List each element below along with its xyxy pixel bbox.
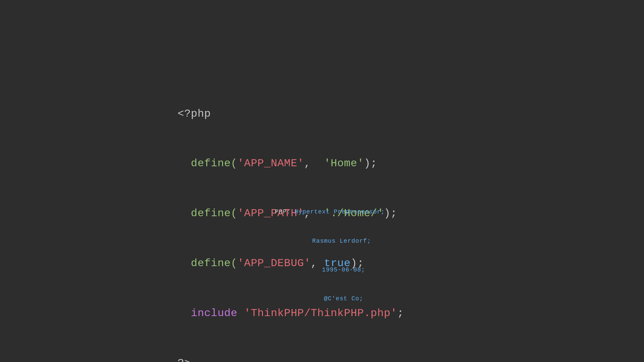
footer-line-author: Rasmus Lerdorf; [259,227,385,255]
define-func-1: define( [177,157,237,170]
footer-date-value: 1995-06-08; [294,266,365,273]
define-func-2: define( [177,207,237,220]
app-name-val: 'Home' [324,157,364,170]
code-line-open: <?php [151,89,404,139]
end-4: ; [397,307,404,319]
include-keyword: include [177,307,237,319]
app-name-key: 'APP_NAME' [237,157,304,170]
footer-line-date: 1995-06-08; [259,255,385,284]
code-line-close: ?> [151,338,404,362]
code-line-1: define('APP_NAME', 'Home'); [151,139,404,189]
sep-1: , [304,157,324,170]
footer-author-value: Rasmus Lerdorf; [289,238,371,244]
footer-php-label: PHP: [275,208,295,215]
footer-block: PHP: Hypertext Preprocessor; Rasmus Lerd… [259,197,385,313]
open-tag: <?php [177,108,211,120]
footer-line-php: PHP: Hypertext Preprocessor; [259,197,385,226]
define-func-3: define( [177,257,237,269]
close-tag: ?> [177,357,191,362]
footer-tag-value: @C'est Co; [297,295,363,302]
space-4 [237,307,244,319]
footer-php-value: Hypertext Preprocessor; [294,208,385,215]
footer-line-tag: @C'est Co; [259,285,385,313]
end-1: ); [364,157,377,170]
end-2: ); [384,207,397,220]
